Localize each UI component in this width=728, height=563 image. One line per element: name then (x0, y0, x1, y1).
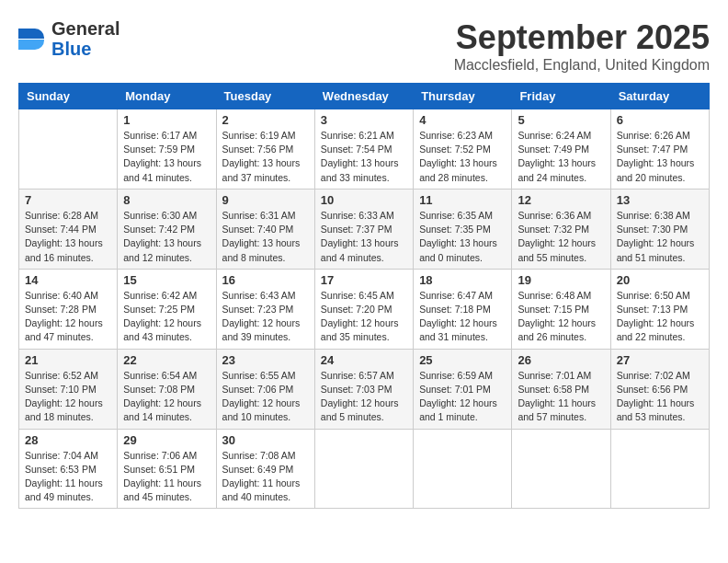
calendar-week-row: 21Sunrise: 6:52 AM Sunset: 7:10 PM Dayli… (19, 349, 710, 429)
day-number: 19 (518, 273, 604, 287)
day-info: Sunrise: 6:47 AM Sunset: 7:18 PM Dayligh… (419, 289, 506, 345)
day-info: Sunrise: 6:33 AM Sunset: 7:37 PM Dayligh… (321, 209, 407, 265)
calendar-header-row: SundayMondayTuesdayWednesdayThursdayFrid… (19, 84, 710, 109)
calendar-cell (512, 429, 610, 509)
day-number: 3 (321, 113, 407, 127)
calendar-week-row: 1Sunrise: 6:17 AM Sunset: 7:59 PM Daylig… (19, 109, 710, 190)
day-info: Sunrise: 6:59 AM Sunset: 7:01 PM Dayligh… (419, 369, 506, 425)
day-number: 28 (25, 433, 111, 447)
day-info: Sunrise: 7:02 AM Sunset: 6:56 PM Dayligh… (617, 369, 703, 425)
calendar-cell: 30Sunrise: 7:08 AM Sunset: 6:49 PM Dayli… (216, 429, 314, 509)
weekday-header-friday: Friday (512, 84, 610, 109)
day-info: Sunrise: 6:48 AM Sunset: 7:15 PM Dayligh… (518, 289, 604, 345)
calendar-cell: 21Sunrise: 6:52 AM Sunset: 7:10 PM Dayli… (19, 349, 118, 429)
calendar-cell: 3Sunrise: 6:21 AM Sunset: 7:54 PM Daylig… (314, 109, 413, 190)
day-number: 7 (25, 193, 111, 207)
day-number: 22 (123, 353, 210, 367)
day-info: Sunrise: 6:36 AM Sunset: 7:32 PM Dayligh… (518, 209, 604, 265)
day-info: Sunrise: 6:45 AM Sunset: 7:20 PM Dayligh… (321, 289, 407, 345)
day-info: Sunrise: 6:35 AM Sunset: 7:35 PM Dayligh… (419, 209, 506, 265)
calendar-cell: 4Sunrise: 6:23 AM Sunset: 7:52 PM Daylig… (414, 109, 512, 190)
calendar-cell: 7Sunrise: 6:28 AM Sunset: 7:44 PM Daylig… (19, 189, 118, 269)
calendar-week-row: 7Sunrise: 6:28 AM Sunset: 7:44 PM Daylig… (19, 189, 710, 269)
day-number: 16 (222, 273, 309, 287)
day-number: 13 (617, 193, 703, 207)
day-number: 14 (25, 273, 111, 287)
weekday-header-thursday: Thursday (414, 84, 512, 109)
day-number: 30 (222, 433, 309, 447)
day-number: 24 (321, 353, 407, 367)
day-info: Sunrise: 7:06 AM Sunset: 6:51 PM Dayligh… (123, 449, 210, 505)
calendar-cell: 28Sunrise: 7:04 AM Sunset: 6:53 PM Dayli… (19, 429, 118, 509)
day-info: Sunrise: 7:08 AM Sunset: 6:49 PM Dayligh… (222, 449, 309, 505)
logo-text-general: General (51, 18, 119, 39)
calendar-cell (19, 109, 118, 190)
day-info: Sunrise: 6:23 AM Sunset: 7:52 PM Dayligh… (419, 129, 506, 185)
calendar-cell: 18Sunrise: 6:47 AM Sunset: 7:18 PM Dayli… (414, 269, 512, 349)
calendar-cell: 8Sunrise: 6:30 AM Sunset: 7:42 PM Daylig… (118, 189, 216, 269)
calendar-cell: 26Sunrise: 7:01 AM Sunset: 6:58 PM Dayli… (512, 349, 610, 429)
day-info: Sunrise: 6:17 AM Sunset: 7:59 PM Dayligh… (123, 129, 210, 185)
day-info: Sunrise: 6:30 AM Sunset: 7:42 PM Dayligh… (123, 209, 210, 265)
day-number: 2 (222, 113, 309, 127)
weekday-header-sunday: Sunday (19, 84, 118, 109)
day-number: 23 (222, 353, 309, 367)
calendar-cell: 23Sunrise: 6:55 AM Sunset: 7:06 PM Dayli… (216, 349, 314, 429)
logo: General Blue (18, 18, 119, 59)
day-number: 20 (617, 273, 703, 287)
weekday-header-tuesday: Tuesday (216, 84, 314, 109)
month-year-title: September 2025 (454, 18, 710, 57)
day-info: Sunrise: 6:28 AM Sunset: 7:44 PM Dayligh… (25, 209, 111, 265)
weekday-header-wednesday: Wednesday (314, 84, 413, 109)
calendar-cell: 1Sunrise: 6:17 AM Sunset: 7:59 PM Daylig… (118, 109, 216, 190)
calendar-cell: 24Sunrise: 6:57 AM Sunset: 7:03 PM Dayli… (314, 349, 413, 429)
calendar-cell: 6Sunrise: 6:26 AM Sunset: 7:47 PM Daylig… (610, 109, 709, 190)
calendar-cell: 11Sunrise: 6:35 AM Sunset: 7:35 PM Dayli… (414, 189, 512, 269)
weekday-header-saturday: Saturday (610, 84, 709, 109)
calendar-cell: 2Sunrise: 6:19 AM Sunset: 7:56 PM Daylig… (216, 109, 314, 190)
weekday-header-monday: Monday (118, 84, 216, 109)
calendar-cell (314, 429, 413, 509)
day-number: 29 (123, 433, 210, 447)
calendar-cell: 29Sunrise: 7:06 AM Sunset: 6:51 PM Dayli… (118, 429, 216, 509)
calendar-cell: 17Sunrise: 6:45 AM Sunset: 7:20 PM Dayli… (314, 269, 413, 349)
day-number: 25 (419, 353, 506, 367)
day-number: 17 (321, 273, 407, 287)
day-number: 6 (617, 113, 703, 127)
calendar-cell: 12Sunrise: 6:36 AM Sunset: 7:32 PM Dayli… (512, 189, 610, 269)
day-number: 10 (321, 193, 407, 207)
calendar-cell: 9Sunrise: 6:31 AM Sunset: 7:40 PM Daylig… (216, 189, 314, 269)
day-info: Sunrise: 6:55 AM Sunset: 7:06 PM Dayligh… (222, 369, 309, 425)
page-header: General Blue September 2025 Macclesfield… (18, 18, 710, 74)
day-info: Sunrise: 6:50 AM Sunset: 7:13 PM Dayligh… (617, 289, 703, 345)
day-info: Sunrise: 7:01 AM Sunset: 6:58 PM Dayligh… (518, 369, 604, 425)
day-number: 12 (518, 193, 604, 207)
calendar-cell: 19Sunrise: 6:48 AM Sunset: 7:15 PM Dayli… (512, 269, 610, 349)
calendar-cell: 13Sunrise: 6:38 AM Sunset: 7:30 PM Dayli… (610, 189, 709, 269)
calendar-cell: 25Sunrise: 6:59 AM Sunset: 7:01 PM Dayli… (414, 349, 512, 429)
logo-text-blue: Blue (51, 39, 119, 59)
day-info: Sunrise: 6:57 AM Sunset: 7:03 PM Dayligh… (321, 369, 407, 425)
calendar-week-row: 28Sunrise: 7:04 AM Sunset: 6:53 PM Dayli… (19, 429, 710, 509)
calendar-cell (414, 429, 512, 509)
calendar-week-row: 14Sunrise: 6:40 AM Sunset: 7:28 PM Dayli… (19, 269, 710, 349)
calendar-cell: 22Sunrise: 6:54 AM Sunset: 7:08 PM Dayli… (118, 349, 216, 429)
calendar-cell: 27Sunrise: 7:02 AM Sunset: 6:56 PM Dayli… (610, 349, 709, 429)
day-number: 18 (419, 273, 506, 287)
day-info: Sunrise: 6:38 AM Sunset: 7:30 PM Dayligh… (617, 209, 703, 265)
day-info: Sunrise: 6:19 AM Sunset: 7:56 PM Dayligh… (222, 129, 309, 185)
calendar-cell (610, 429, 709, 509)
calendar-cell: 14Sunrise: 6:40 AM Sunset: 7:28 PM Dayli… (19, 269, 118, 349)
day-info: Sunrise: 6:31 AM Sunset: 7:40 PM Dayligh… (222, 209, 309, 265)
day-info: Sunrise: 6:21 AM Sunset: 7:54 PM Dayligh… (321, 129, 407, 185)
calendar-cell: 16Sunrise: 6:43 AM Sunset: 7:23 PM Dayli… (216, 269, 314, 349)
day-info: Sunrise: 6:40 AM Sunset: 7:28 PM Dayligh… (25, 289, 111, 345)
day-number: 9 (222, 193, 309, 207)
day-number: 21 (25, 353, 111, 367)
calendar-table: SundayMondayTuesdayWednesdayThursdayFrid… (18, 83, 710, 509)
calendar-cell: 5Sunrise: 6:24 AM Sunset: 7:49 PM Daylig… (512, 109, 610, 190)
day-info: Sunrise: 6:24 AM Sunset: 7:49 PM Dayligh… (518, 129, 604, 185)
day-info: Sunrise: 6:43 AM Sunset: 7:23 PM Dayligh… (222, 289, 309, 345)
day-info: Sunrise: 6:26 AM Sunset: 7:47 PM Dayligh… (617, 129, 703, 185)
day-info: Sunrise: 6:42 AM Sunset: 7:25 PM Dayligh… (123, 289, 210, 345)
